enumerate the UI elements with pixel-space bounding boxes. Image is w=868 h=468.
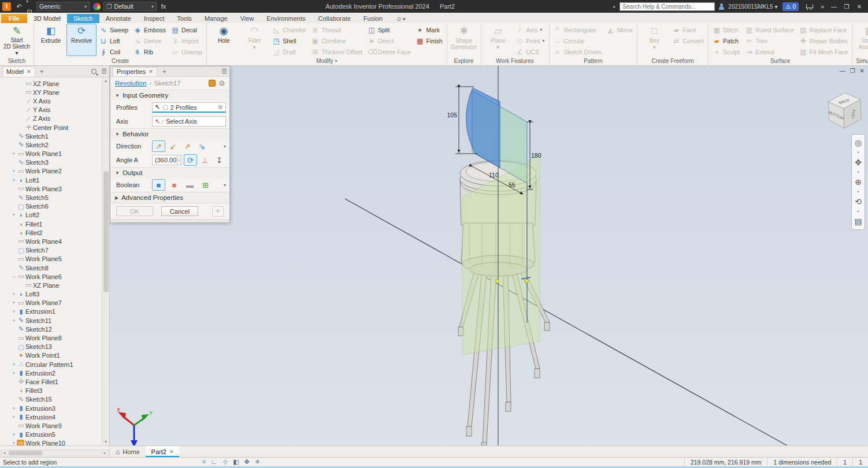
ribbon-button-chamfer[interactable]: ◺Chamfer xyxy=(270,24,308,35)
ribbon-button-draft[interactable]: ◿Draft xyxy=(270,46,308,57)
dimension-angle[interactable]: 180 xyxy=(531,152,541,159)
sketch-point[interactable] xyxy=(496,280,499,283)
tree-item-work-plane6[interactable]: −▭Work Plane6 xyxy=(11,272,109,281)
properties-menu-icon[interactable]: ☰ xyxy=(221,68,227,75)
ribbon-button-mirror[interactable]: ◭Mirror xyxy=(604,24,635,35)
constraint-visibility-toggle[interactable]: ✥ xyxy=(244,458,250,466)
ribbon-button-sculpt[interactable]: ◖Sculpt xyxy=(710,46,742,57)
ribbon-button-replace-face[interactable]: ▧Replace Face xyxy=(797,24,851,35)
user-avatar-icon[interactable] xyxy=(718,3,725,10)
direction-symmetric-button[interactable]: ⇗ xyxy=(181,140,194,152)
tab-collaborate[interactable]: Collaborate xyxy=(312,14,357,23)
work-axis-line[interactable] xyxy=(345,199,790,445)
ribbon-button-start-2d-sketch[interactable]: ✎Start 2D Sketch ▾ xyxy=(2,24,32,56)
ribbon-button-mark[interactable]: ⌖Mark xyxy=(414,24,445,35)
tree-expander[interactable]: + xyxy=(11,309,17,314)
ribbon-button-face[interactable]: ▰Face xyxy=(670,24,706,35)
tree-expander[interactable]: + xyxy=(11,414,17,420)
notification-badge[interactable]: ⚠0 xyxy=(782,2,799,11)
ribbon-button-sweep[interactable]: ∿Sweep xyxy=(97,24,131,35)
tree-item-sketch5[interactable]: ✎Sketch5 xyxy=(11,193,109,202)
tab-3d-model[interactable]: 3D Model xyxy=(27,14,67,23)
profiles-field[interactable]: ↖ ▢ 2 Profiles ⊗ xyxy=(152,102,226,113)
tab-tools[interactable]: Tools xyxy=(170,14,198,23)
tree-expander[interactable]: + xyxy=(11,291,17,297)
tab-annotate[interactable]: Annotate xyxy=(99,14,138,23)
tree-item-xz-plane[interactable]: ▭XZ Plane xyxy=(18,79,109,88)
dimension-d2[interactable]: 55 xyxy=(509,181,515,188)
navigation-wheel-button[interactable]: ◎ xyxy=(852,136,864,149)
angle-spinner[interactable]: › xyxy=(177,155,181,165)
search-collapse-icon[interactable]: ▸ xyxy=(611,1,617,12)
ribbon-button-shape-generator[interactable]: ✱Shape Generator xyxy=(449,24,479,56)
ribbon-button-stress-analysis[interactable]: ▦Stress Analysis xyxy=(854,24,868,56)
toolbar-overflow-chevron[interactable]: » xyxy=(817,1,828,12)
user-account-button[interactable]: 20215001SMKL5 ▾ xyxy=(728,3,777,10)
browser-vertical-scrollbar[interactable]: ▴ ▾ xyxy=(102,77,109,445)
slice-graphics-toggle[interactable]: ◧ xyxy=(233,458,239,466)
tab-fusion[interactable]: Fusion xyxy=(357,14,389,23)
tree-item-loft2[interactable]: +◗Loft2 xyxy=(11,211,109,220)
ribbon-button-box[interactable]: □Box ▾ xyxy=(639,24,669,56)
close-button[interactable]: ✕ xyxy=(853,1,866,12)
tree-item-sketch7[interactable]: ▢Sketch7 xyxy=(11,246,109,255)
tree-item-sketch8[interactable]: ✎Sketch8 xyxy=(11,263,109,272)
ribbon-button-fillet[interactable]: ◠Fillet ▾ xyxy=(239,24,269,56)
ribbon-button-loft[interactable]: ⊔Loft xyxy=(97,35,131,46)
restore-button[interactable]: ❐ xyxy=(840,1,853,12)
ribbon-button-finish[interactable]: ▦Finish xyxy=(414,35,445,46)
ribbon-button-rectangular[interactable]: ⠛Rectangular xyxy=(551,24,604,35)
appearance-select[interactable]: ❐Default▾ xyxy=(103,2,157,11)
tree-item-y-axis[interactable]: ∕Y Axis xyxy=(18,106,109,114)
angle-perpendicular-button[interactable]: ⊥ xyxy=(198,154,212,166)
tree-item-sketch1[interactable]: ✎Sketch1 xyxy=(11,132,109,140)
browser-tab-model[interactable]: Model✕ xyxy=(2,66,35,77)
constraint-inference-toggle[interactable]: ∟ xyxy=(211,458,217,466)
tree-expander[interactable]: − xyxy=(11,274,17,280)
tree-item-work-plane10[interactable]: +▭Work Plane10 xyxy=(11,439,109,445)
ribbon-button-patch[interactable]: ▰Patch xyxy=(710,35,742,46)
search-icon[interactable] xyxy=(91,69,97,74)
tree-expander[interactable]: + xyxy=(11,168,17,174)
scroll-right-icon[interactable]: ▸ xyxy=(102,451,108,455)
tab-view[interactable]: View xyxy=(234,14,261,23)
dimension-display-toggle[interactable]: ⊹ xyxy=(222,458,228,466)
material-select[interactable]: Generic▾ xyxy=(36,2,90,11)
ribbon-button-fit-mesh-face[interactable]: ▨Fit Mesh Face xyxy=(797,46,851,57)
tree-item-work-plane3[interactable]: ▭Work Plane3 xyxy=(11,184,109,193)
tree-expander[interactable]: + xyxy=(11,318,17,324)
tree-expander[interactable]: + xyxy=(11,362,17,367)
scrollbar-thumb[interactable] xyxy=(103,171,109,292)
tree-item-extrusion1[interactable]: +▮Extrusion1 xyxy=(11,307,109,316)
tab-home[interactable]: ⌂Home xyxy=(110,446,146,457)
dimension-d1[interactable]: 110 xyxy=(489,172,499,179)
ribbon-button-thicken-offset[interactable]: ⊞Thicken/ Offset xyxy=(309,46,365,57)
tree-expander[interactable]: + xyxy=(11,151,17,157)
ribbon-button-derive[interactable]: ⇘Derive xyxy=(131,35,168,46)
tree-item-sketch11[interactable]: +✎Sketch11 xyxy=(11,316,109,325)
tree-expander[interactable]: + xyxy=(11,370,17,376)
boolean-intersect-button[interactable]: ▬ xyxy=(183,179,196,191)
ribbon-button-thread[interactable]: ≣Thread xyxy=(309,24,365,35)
close-icon[interactable]: ✕ xyxy=(149,69,153,75)
section-behavior[interactable]: ▼Behavior xyxy=(110,128,229,139)
browser-horizontal-scrollbar[interactable]: ◂ ▸ xyxy=(1,450,109,456)
scroll-down-icon[interactable]: ▾ xyxy=(105,439,107,445)
app-store-cart-icon[interactable] xyxy=(806,3,813,10)
full-revolution-button[interactable]: ⟳ xyxy=(184,154,197,166)
tree-item-sketch6[interactable]: ▢Sketch6 xyxy=(11,202,109,211)
tree-item-work-plane8[interactable]: ▭Work Plane8 xyxy=(11,333,109,342)
browser-add-tab-button[interactable]: ＋ xyxy=(39,67,45,76)
clear-selection-icon[interactable]: ⊗ xyxy=(218,103,223,111)
panel-expand-button[interactable]: ✛ xyxy=(212,206,224,217)
chevron-down-icon[interactable]: ▾ xyxy=(24,0,30,6)
tree-item-sketch3[interactable]: ✎Sketch3 xyxy=(11,158,109,167)
cancel-button[interactable]: Cancel xyxy=(161,206,198,216)
ribbon-button-import[interactable]: ⇓Import xyxy=(169,35,205,46)
properties-add-tab-button[interactable]: ＋ xyxy=(161,67,168,76)
tree-item-work-plane4[interactable]: ▭Work Plane4 xyxy=(11,237,109,246)
tree-item-extrusion2[interactable]: +▮Extrusion2 xyxy=(11,369,109,377)
scrollbar-thumb[interactable] xyxy=(9,451,42,455)
ribbon-button-trim[interactable]: ✂Trim xyxy=(743,35,796,46)
tree-item-circular-pattern1[interactable]: +∴Circular Pattern1 xyxy=(11,360,109,369)
